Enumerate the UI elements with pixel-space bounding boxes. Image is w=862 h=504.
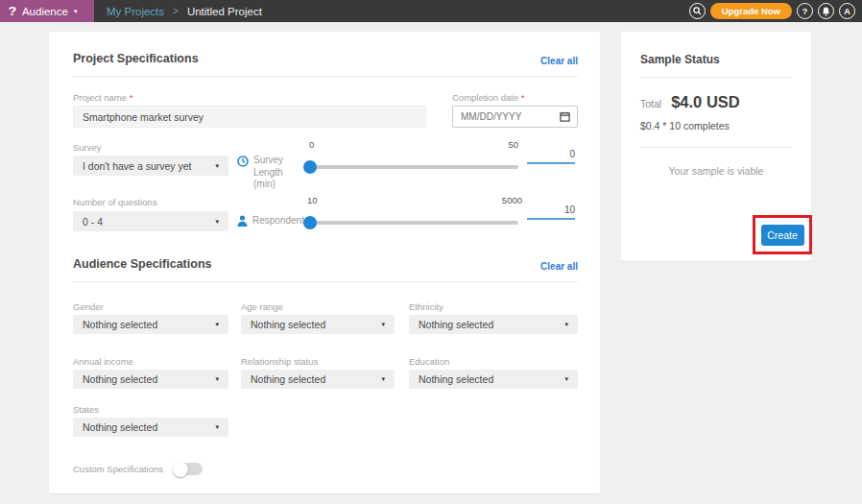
project-name-input[interactable] bbox=[73, 106, 426, 128]
chevron-down-icon: ▾ bbox=[215, 375, 219, 383]
breadcrumb-separator-icon: > bbox=[173, 6, 179, 16]
number-of-questions-label: Number of questions bbox=[73, 197, 157, 207]
bell-icon bbox=[822, 7, 830, 16]
education-select-value: Nothing selected bbox=[419, 373, 493, 385]
audience-specs-clear-all-link[interactable]: Clear all bbox=[540, 261, 578, 272]
notifications-button[interactable] bbox=[818, 3, 834, 19]
completion-date-label: Completion date * bbox=[452, 92, 525, 103]
breadcrumb-my-projects[interactable]: My Projects bbox=[107, 6, 164, 17]
avatar-button[interactable]: A bbox=[839, 3, 855, 19]
education-label: Education bbox=[409, 356, 449, 367]
states-select-value: Nothing selected bbox=[83, 421, 157, 433]
project-specs-clear-all-link[interactable]: Clear all bbox=[540, 56, 578, 66]
gender-select-value: Nothing selected bbox=[83, 319, 157, 330]
breadcrumb-current-project: Untitled Project bbox=[187, 6, 262, 17]
questions-select-value: 0 - 4 bbox=[83, 216, 103, 228]
custom-specifications-label: Custom Specifications bbox=[73, 464, 163, 474]
age-range-select-value: Nothing selected bbox=[251, 319, 325, 330]
respondents-max: 5000 bbox=[502, 195, 522, 205]
product-switcher[interactable]: ? Audience ▾ bbox=[0, 0, 94, 22]
survey-label: Survey bbox=[73, 142, 102, 153]
divider bbox=[640, 147, 792, 148]
total-row: Total $4.0 USD bbox=[640, 93, 740, 111]
number-of-questions-select[interactable]: 0 - 4 ▾ bbox=[73, 211, 228, 231]
survey-length-value-input[interactable]: 0 bbox=[527, 149, 575, 164]
completion-date-label-text: Completion date bbox=[452, 92, 518, 103]
avatar: A bbox=[844, 7, 850, 16]
slider-handle[interactable] bbox=[303, 216, 317, 229]
annual-income-label: Annual income bbox=[73, 356, 133, 367]
ethnicity-label: Ethnicity bbox=[409, 301, 443, 312]
annual-income-select[interactable]: Nothing selected ▾ bbox=[73, 370, 228, 389]
search-icon bbox=[693, 7, 702, 15]
chevron-down-icon: ▾ bbox=[215, 218, 219, 226]
chevron-down-icon: ▾ bbox=[215, 423, 219, 431]
slider-track[interactable] bbox=[305, 221, 518, 225]
navbar-actions: Upgrade Now ? A bbox=[689, 0, 855, 22]
project-name-label: Project name * bbox=[73, 92, 132, 103]
viability-message: Your sample is viable bbox=[621, 165, 811, 177]
education-select[interactable]: Nothing selected ▾ bbox=[409, 370, 578, 389]
clock-icon bbox=[237, 156, 249, 167]
respondents-min: 10 bbox=[307, 195, 318, 205]
age-range-label: Age range bbox=[241, 301, 283, 312]
chevron-down-icon: ▾ bbox=[215, 162, 219, 170]
states-select[interactable]: Nothing selected ▾ bbox=[73, 418, 228, 437]
custom-specifications-toggle[interactable] bbox=[174, 463, 203, 475]
chevron-down-icon: ▾ bbox=[215, 321, 219, 328]
total-value: $4.0 USD bbox=[671, 93, 740, 111]
toggle-knob bbox=[173, 462, 188, 477]
completion-date-field[interactable] bbox=[452, 106, 578, 128]
upgrade-now-button[interactable]: Upgrade Now bbox=[710, 3, 792, 19]
create-button[interactable]: Create bbox=[761, 225, 804, 246]
chevron-down-icon: ▾ bbox=[381, 375, 385, 383]
question-mark-icon: ? bbox=[802, 7, 808, 16]
chevron-down-icon: ▾ bbox=[381, 321, 385, 328]
survey-length-max: 50 bbox=[508, 139, 518, 150]
search-button[interactable] bbox=[689, 3, 706, 19]
survey-select[interactable]: I don't have a survey yet ▾ bbox=[73, 156, 228, 176]
divider bbox=[640, 77, 792, 78]
survey-length-min: 0 bbox=[309, 139, 314, 150]
survey-length-slider[interactable]: 0 50 bbox=[305, 165, 518, 169]
breadcrumb: My Projects > Untitled Project bbox=[107, 6, 262, 17]
chevron-down-icon: ▾ bbox=[74, 8, 78, 15]
respondents-slider[interactable]: 10 5000 bbox=[305, 221, 518, 225]
age-range-select[interactable]: Nothing selected ▾ bbox=[241, 315, 395, 334]
divider bbox=[73, 76, 578, 77]
respondents-value-input[interactable]: 10 bbox=[527, 204, 575, 220]
chevron-down-icon: ▾ bbox=[564, 375, 568, 383]
required-asterisk: * bbox=[130, 92, 133, 103]
slider-track[interactable] bbox=[305, 165, 518, 169]
price-breakdown: $0.4 * 10 completes bbox=[640, 120, 730, 132]
help-button[interactable]: ? bbox=[797, 3, 813, 19]
person-icon bbox=[237, 215, 248, 227]
states-label: States bbox=[73, 404, 99, 415]
calendar-icon[interactable] bbox=[560, 111, 570, 122]
ethnicity-select[interactable]: Nothing selected ▾ bbox=[409, 315, 578, 334]
sample-status-title: Sample Status bbox=[640, 53, 720, 66]
project-name-label-text: Project name bbox=[73, 92, 127, 103]
chevron-down-icon: ▾ bbox=[564, 321, 568, 328]
annual-income-select-value: Nothing selected bbox=[83, 373, 157, 385]
gender-label: Gender bbox=[73, 301, 104, 312]
product-name: Audience bbox=[22, 6, 68, 17]
respondents-label: Respondents bbox=[252, 215, 309, 228]
slider-handle[interactable] bbox=[303, 160, 317, 174]
required-asterisk: * bbox=[521, 92, 525, 103]
survey-length-label-text: Survey Length bbox=[253, 155, 283, 178]
divider bbox=[73, 281, 578, 282]
relationship-status-select[interactable]: Nothing selected ▾ bbox=[241, 370, 395, 389]
annotation-highlight-box: Create bbox=[753, 215, 812, 254]
gender-select[interactable]: Nothing selected ▾ bbox=[73, 315, 228, 334]
top-navbar: ? Audience ▾ My Projects > Untitled Proj… bbox=[0, 0, 862, 22]
project-specifications-title: Project Specifications bbox=[73, 52, 199, 65]
relationship-status-select-value: Nothing selected bbox=[251, 373, 325, 385]
survey-length-label: Survey Length (min) bbox=[253, 155, 304, 191]
relationship-status-label: Relationship status bbox=[241, 356, 318, 367]
respondents-label-group: Respondents bbox=[237, 215, 309, 228]
total-label: Total bbox=[640, 98, 661, 109]
pollfish-logo-icon: ? bbox=[9, 5, 17, 17]
ethnicity-select-value: Nothing selected bbox=[419, 319, 493, 330]
completion-date-input[interactable] bbox=[453, 111, 560, 122]
